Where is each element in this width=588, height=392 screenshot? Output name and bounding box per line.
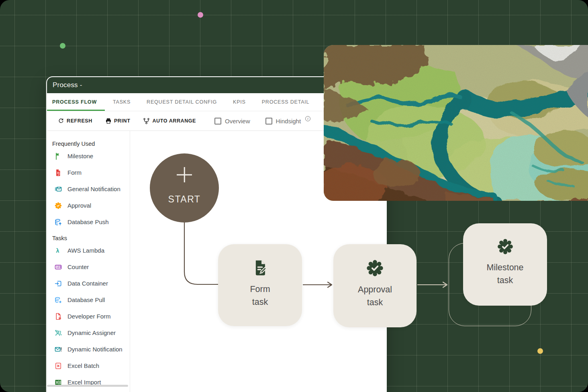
- pink-dot: [198, 12, 203, 18]
- approval-badge-icon: [54, 202, 62, 210]
- data-container-icon: [54, 280, 62, 288]
- section-title-frequently-used: Frequently Used: [52, 141, 130, 147]
- sidebar-item-counter[interactable]: 123 Counter: [47, 259, 130, 275]
- sidebar-item-dynamic-assigner[interactable]: Dynamic Assigner: [47, 325, 130, 341]
- dynamic-assigner-icon: [54, 329, 62, 337]
- sidebar-item-approval[interactable]: Approval: [47, 197, 130, 214]
- form-doc-icon: [54, 169, 62, 177]
- milestone-flag-icon: [54, 152, 62, 160]
- node-approval-task[interactable]: Approval task: [333, 244, 416, 327]
- sidebar-item-excel-batch[interactable]: Excel Batch: [47, 357, 130, 374]
- start-node-label: START: [168, 194, 201, 205]
- svg-text:λ: λ: [56, 247, 59, 254]
- excel-batch-icon: [54, 362, 62, 370]
- sidebar-item-database-push[interactable]: Database Push: [47, 214, 130, 230]
- auto-arrange-icon: [143, 118, 150, 125]
- sidebar-item-milestone[interactable]: Milestone: [47, 148, 130, 164]
- node-label: Form task: [250, 283, 270, 309]
- svg-text:123: 123: [56, 265, 61, 268]
- tab-process-flow[interactable]: PROCESS FLOW: [47, 93, 105, 111]
- task-palette-sidebar: Frequently Used Milestone For: [47, 131, 130, 392]
- database-pull-icon: [54, 296, 62, 304]
- print-button[interactable]: PRINT: [105, 118, 131, 124]
- plus-icon: [177, 167, 192, 182]
- aerial-photo-illustration: [324, 45, 588, 201]
- node-form-task[interactable]: Form task: [218, 244, 302, 326]
- checkbox-box[interactable]: [214, 118, 221, 125]
- database-push-icon: [54, 218, 62, 226]
- checkbox-box[interactable]: [265, 118, 272, 125]
- yellow-dot: [537, 348, 543, 354]
- tab-kpis[interactable]: KPIS: [225, 93, 254, 111]
- counter-icon: 123: [54, 263, 62, 271]
- refresh-icon: [58, 118, 64, 124]
- sidebar-item-form[interactable]: Form: [47, 164, 130, 181]
- sidebar-item-data-container[interactable]: Data Container: [47, 275, 130, 292]
- general-notification-icon: [54, 185, 62, 193]
- page-background: Process - PROCESS FLOW TASKS REQUEST DET…: [0, 0, 588, 392]
- node-milestone-task[interactable]: Milestone task: [463, 223, 547, 306]
- print-icon: [105, 118, 112, 124]
- start-node[interactable]: START: [150, 153, 219, 223]
- dynamic-notification-icon: [54, 345, 62, 353]
- node-label: Approval task: [358, 283, 392, 309]
- tab-process-detail[interactable]: PROCESS DETAIL: [254, 93, 318, 111]
- info-icon: [305, 116, 310, 121]
- aerial-river-photo: [324, 45, 588, 201]
- node-label: Milestone task: [486, 261, 523, 287]
- developer-form-icon: [54, 312, 62, 321]
- sidebar-item-developer-form[interactable]: Developer Form: [47, 308, 130, 325]
- checkbox-hindsight[interactable]: Hindsight: [265, 118, 311, 125]
- checkbox-overview[interactable]: Overview: [214, 118, 250, 125]
- approval-seal-icon: [365, 259, 384, 278]
- sidebar-item-dynamic-notification[interactable]: Dynamic Notification: [47, 341, 130, 357]
- sidebar-item-excel-import[interactable]: Excel Import: [47, 374, 130, 390]
- refresh-button[interactable]: REFRESH: [58, 118, 92, 124]
- sidebar-item-database-pull[interactable]: Database Pull: [47, 292, 130, 308]
- auto-arrange-button[interactable]: AUTO ARRANGE: [143, 118, 196, 125]
- tab-tasks[interactable]: TASKS: [105, 93, 139, 111]
- form-task-icon: [251, 259, 270, 277]
- window-title: Process -: [53, 81, 82, 89]
- milestone-seal-icon: [496, 238, 514, 255]
- section-title-tasks: Tasks: [52, 235, 130, 241]
- aws-lambda-icon: λ: [54, 247, 62, 255]
- sidebar-item-general-notification[interactable]: General Notification: [47, 181, 130, 197]
- green-dot: [60, 43, 65, 49]
- sidebar-item-aws-lambda[interactable]: λ AWS Lambda: [47, 242, 130, 259]
- tab-request-detail-config[interactable]: REQUEST DETAIL CONFIG: [139, 93, 225, 111]
- sidebar-scrollbar[interactable]: [47, 385, 128, 387]
